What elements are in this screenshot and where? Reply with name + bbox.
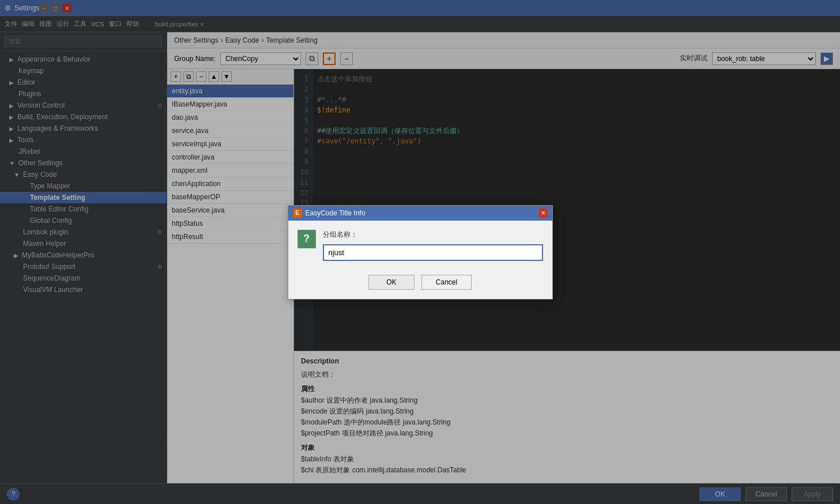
modal-close-button[interactable]: ✕: [538, 209, 548, 218]
modal-title-bar: E EasyCode Title Info ✕: [288, 206, 552, 221]
modal-title: EasyCode Title Info: [306, 209, 366, 217]
modal-body: ? 分组名称：: [288, 221, 552, 270]
modal-buttons: OK Cancel: [288, 270, 552, 299]
modal-cancel-button[interactable]: Cancel: [421, 275, 472, 290]
modal-ok-button[interactable]: OK: [368, 275, 415, 290]
modal-title-icon: E: [293, 209, 302, 218]
modal-content: 分组名称：: [323, 230, 543, 261]
modal-question-icon: ?: [297, 230, 316, 248]
modal-input[interactable]: [323, 244, 543, 261]
modal-overlay: E EasyCode Title Info ✕ ? 分组名称： OK Cance…: [0, 0, 840, 504]
modal-label: 分组名称：: [323, 230, 543, 240]
modal-dialog: E EasyCode Title Info ✕ ? 分组名称： OK Cance…: [288, 205, 553, 300]
